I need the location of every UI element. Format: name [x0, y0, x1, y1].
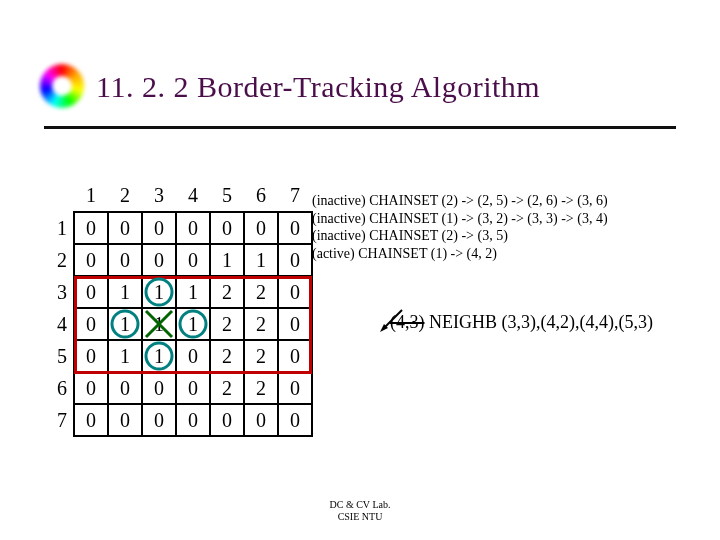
row-header: 6 [40, 372, 74, 404]
matrix-row: 3 0 1 1 1 2 2 0 [40, 276, 312, 308]
cell: 0 [74, 212, 108, 244]
cell: 1 [142, 276, 176, 308]
struck-coord: (4,3) [390, 312, 425, 332]
col-header: 6 [244, 180, 278, 212]
neighbors-text: NEIGHB (3,3),(4,2),(4,4),(5,3) [425, 312, 653, 332]
matrix-row: 5 0 1 1 0 2 2 0 [40, 340, 312, 372]
cell: 0 [108, 212, 142, 244]
cell: 0 [108, 404, 142, 436]
slide: 11. 2. 2 Border-Tracking Algorithm 1 2 3… [0, 0, 720, 540]
col-header: 2 [108, 180, 142, 212]
col-header: 4 [176, 180, 210, 212]
cell: 0 [278, 372, 312, 404]
cell: 0 [278, 404, 312, 436]
cell: 1 [142, 308, 176, 340]
col-header: 5 [210, 180, 244, 212]
cell: 0 [176, 372, 210, 404]
chainset-list: (inactive) CHAINSET (2) -> (2, 5) -> (2,… [312, 192, 608, 262]
cell: 0 [74, 244, 108, 276]
cell: 1 [108, 340, 142, 372]
color-wheel-logo [40, 64, 84, 108]
chainset-line: (inactive) CHAINSET (2) -> (2, 5) -> (2,… [312, 192, 608, 210]
chainset-line: (active) CHAINSET (1) -> (4, 2) [312, 245, 608, 263]
col-header: 7 [278, 180, 312, 212]
cell: 2 [244, 340, 278, 372]
row-header: 1 [40, 212, 74, 244]
cell: 0 [74, 404, 108, 436]
footer-line: CSIE NTU [0, 511, 720, 523]
cell: 0 [108, 372, 142, 404]
chainset-line: (inactive) CHAINSET (2) -> (3, 5) [312, 227, 608, 245]
cell: 0 [74, 340, 108, 372]
footer: DC & CV Lab. CSIE NTU [0, 499, 720, 522]
row-header: 2 [40, 244, 74, 276]
cell: 2 [210, 308, 244, 340]
cell: 0 [142, 212, 176, 244]
cell: 2 [244, 372, 278, 404]
cell: 0 [278, 244, 312, 276]
cell: 0 [210, 212, 244, 244]
cell: 2 [244, 276, 278, 308]
cell: 0 [142, 404, 176, 436]
cell: 1 [176, 276, 210, 308]
col-header: 1 [74, 180, 108, 212]
cell: 0 [74, 276, 108, 308]
row-header: 7 [40, 404, 74, 436]
neighbors-line: (4,3) NEIGHB (3,3),(4,2),(4,4),(5,3) [390, 312, 653, 333]
matrix-row: 1 0 0 0 0 0 0 0 [40, 212, 312, 244]
cell: 0 [176, 244, 210, 276]
cell: 2 [244, 308, 278, 340]
cell: 0 [278, 308, 312, 340]
cell: 1 [108, 308, 142, 340]
cell: 2 [210, 372, 244, 404]
cell: 1 [244, 244, 278, 276]
cell: 0 [176, 404, 210, 436]
matrix: 1 2 3 4 5 6 7 1 0 0 0 0 0 0 0 2 0 [40, 180, 313, 437]
matrix-row: 6 0 0 0 0 2 2 0 [40, 372, 312, 404]
cell: 0 [278, 340, 312, 372]
cell: 0 [142, 244, 176, 276]
matrix-header-row: 1 2 3 4 5 6 7 [40, 180, 312, 212]
cell: 0 [278, 212, 312, 244]
title-underline [44, 126, 676, 129]
cell: 0 [176, 212, 210, 244]
matrix-row: 7 0 0 0 0 0 0 0 [40, 404, 312, 436]
row-header: 5 [40, 340, 74, 372]
cell: 1 [176, 308, 210, 340]
cell: 0 [210, 404, 244, 436]
cell: 2 [210, 276, 244, 308]
cell: 0 [244, 404, 278, 436]
chainset-line: (inactive) CHAINSET (1) -> (3, 2) -> (3,… [312, 210, 608, 228]
slide-title: 11. 2. 2 Border-Tracking Algorithm [96, 70, 540, 104]
col-header: 3 [142, 180, 176, 212]
cell: 1 [108, 276, 142, 308]
cell: 0 [74, 372, 108, 404]
cell: 1 [142, 340, 176, 372]
matrix-table: 1 2 3 4 5 6 7 1 0 0 0 0 0 0 0 2 0 [40, 180, 313, 437]
cell: 0 [74, 308, 108, 340]
matrix-row: 2 0 0 0 0 1 1 0 [40, 244, 312, 276]
matrix-row: 4 0 1 1 1 2 2 0 [40, 308, 312, 340]
cell: 0 [278, 276, 312, 308]
cell: 0 [108, 244, 142, 276]
row-header: 4 [40, 308, 74, 340]
cell: 0 [142, 372, 176, 404]
cell: 0 [176, 340, 210, 372]
cell: 2 [210, 340, 244, 372]
cell: 0 [244, 212, 278, 244]
cell: 1 [210, 244, 244, 276]
corner-empty [40, 180, 74, 212]
row-header: 3 [40, 276, 74, 308]
footer-line: DC & CV Lab. [0, 499, 720, 511]
